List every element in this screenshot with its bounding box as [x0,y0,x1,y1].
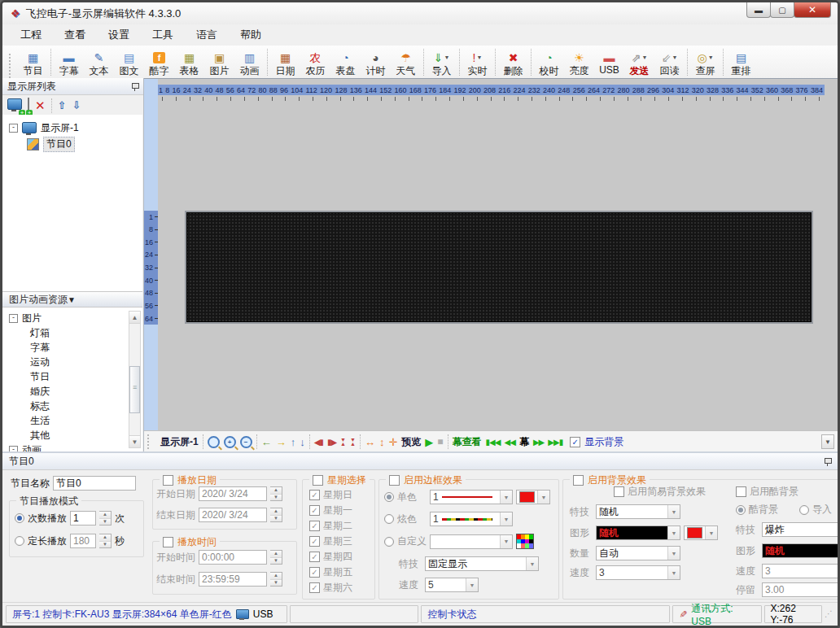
dropdown-arrow-icon[interactable]: ▼ [708,55,714,60]
tree-node-screen[interactable]: - 显示屏-1 [2,120,142,136]
zoom-in-icon[interactable]: + [224,436,236,448]
resource-item-row[interactable]: 标志 [2,399,142,413]
play-time-checkbox[interactable] [163,537,173,547]
toolbar-button[interactable]: ✎文本 [84,50,114,78]
resources-header[interactable]: 图片动画资源 ▼ [2,291,142,307]
led-display-surface[interactable] [185,211,813,324]
toolbar-button[interactable]: ▦日期 [270,50,300,78]
toolbar-button[interactable]: ▦节目 [18,50,48,78]
dropdown-arrow-icon[interactable]: ▼ [672,55,677,60]
resource-item-row[interactable]: 字幕 [2,340,142,355]
stretch-horizontal-icon[interactable]: ↔ [365,436,375,448]
bg-speed-combo[interactable]: 3▼ [596,565,680,580]
move-down-button[interactable]: ⇩ [72,99,81,111]
week-day-checkbox[interactable]: ✓ [309,521,320,531]
count-play-spinner[interactable]: ▲▼ [99,511,112,526]
delete-screen-button[interactable]: ✕ [35,98,46,113]
toolbar-button[interactable]: ⇙▼回读 [654,50,685,78]
toolbar-button[interactable]: ▥动画 [234,50,265,78]
toolbar-button[interactable]: ▤图文 [114,50,144,78]
resource-section-row[interactable]: -动画 [2,443,142,451]
mono-color-radio[interactable] [384,492,394,502]
scrollbar-thumb[interactable] [129,366,140,413]
bg-effect-checkbox[interactable] [573,475,584,486]
cool-shape-combo[interactable]: 随机 [762,543,838,558]
next-frame-icon[interactable]: ▶▶ [533,438,544,447]
close-button[interactable]: ✕ [794,2,831,18]
count-play-input[interactable]: 1 [70,511,96,526]
resource-section-row[interactable]: -图片 [2,311,142,325]
collapse-icon[interactable]: - [9,314,18,323]
toolbar-button[interactable]: ⇗▼发送 [624,50,654,78]
frame-view-label[interactable]: 幕查看 [453,435,482,449]
week-day-checkbox[interactable]: ✓ [309,567,320,578]
play-date-checkbox[interactable] [163,475,173,486]
dropdown-arrow-icon[interactable]: ▼ [476,55,482,60]
menu-item[interactable]: 工具 [141,24,185,46]
import-bg-radio[interactable] [799,505,809,515]
border-color-swatch-combo[interactable]: ▼ [516,490,550,504]
toolbar-button[interactable]: ⇓▼导入 [427,50,457,78]
bg-shape-combo[interactable]: 随机▼ [596,526,680,540]
dropdown-arrow-icon[interactable]: ▼ [641,55,647,60]
toolbar-button[interactable]: 农农历 [300,50,330,78]
show-background-checkbox[interactable]: ✓ [570,437,580,447]
cool-effect-input[interactable]: 爆炸 [762,522,838,537]
stop-icon[interactable]: ■ [437,436,443,447]
toolbar-button[interactable]: ◔校时 [534,50,564,78]
collapse-icon[interactable]: - [9,124,18,133]
palette-icon[interactable] [516,534,534,549]
menu-item[interactable]: 帮助 [229,24,273,46]
zoom-icon[interactable] [208,436,220,448]
resources-scrollbar[interactable]: ▲ ▼ [129,311,141,448]
resource-item-row[interactable]: 其他 [2,428,142,443]
end-date-input[interactable]: 2020/ 3/24 [199,508,267,522]
toolbar-button[interactable]: ▬USB [594,50,624,78]
length-play-input[interactable]: 180 [70,534,96,548]
week-day-checkbox[interactable]: ✓ [309,505,320,516]
toolbar-overflow-button[interactable]: ▼ [821,434,834,449]
week-day-checkbox[interactable]: ✓ [309,552,320,562]
tree-node-program[interactable]: 节目0 [2,136,142,152]
move-down-icon[interactable]: ↓ [300,436,305,448]
end-time-input[interactable]: 23:59:59 [199,572,267,587]
toolbar-button[interactable]: ▤重排 [726,50,756,78]
start-time-spinner[interactable]: ▲▼ [270,550,282,565]
bg-color-swatch-combo[interactable]: ▼ [684,526,718,540]
menu-item[interactable]: 查看 [53,24,97,46]
collapse-icon[interactable]: - [9,446,18,452]
prev-frame-icon[interactable]: ◀◀ [505,438,515,447]
toolbar-button[interactable]: f酷字 [144,50,174,78]
resource-item-row[interactable]: 生活 [2,413,142,428]
week-day-checkbox[interactable]: ✓ [309,582,320,593]
dropdown-arrow-icon[interactable]: ▼ [444,55,449,60]
menu-item[interactable]: 语言 [185,24,229,46]
end-time-spinner[interactable]: ▲▼ [270,572,282,587]
move-up-button[interactable]: ⇧ [58,99,67,111]
toolbar-button[interactable]: ▬字幕 [54,50,84,78]
toolbar-button[interactable]: ☀亮度 [564,50,594,78]
scroll-up-icon[interactable]: ▲ [129,312,140,324]
play-icon[interactable]: ▶ [425,436,433,448]
week-day-checkbox[interactable]: ✓ [309,490,320,500]
count-play-radio[interactable] [15,513,24,523]
move-right-icon[interactable]: → [276,436,287,448]
resource-item-row[interactable]: 灯箱 [2,325,142,340]
add-screen-button[interactable]: + [7,98,22,113]
bg-effect-combo[interactable]: 随机▼ [596,504,680,519]
menu-item[interactable]: 设置 [97,24,141,46]
border-effect-checkbox[interactable] [389,475,400,486]
end-date-spinner[interactable]: ▲▼ [270,508,282,522]
program-panel-pin-icon[interactable] [824,458,831,465]
first-frame-icon[interactable]: ▮◀◀ [486,438,501,447]
add-program-button[interactable]: + [28,98,29,113]
menu-item[interactable]: 工程 [9,24,53,46]
week-day-checkbox[interactable]: ✓ [309,536,320,547]
toolbar-button[interactable]: ▦表格 [174,50,204,78]
toolbar-button[interactable]: ◔表盘 [330,50,361,78]
flash-color-combo[interactable]: 1▼ [430,512,513,526]
cool-bg-enable-checkbox[interactable] [736,486,746,497]
resource-item-row[interactable]: 婚庆 [2,384,142,399]
move-left-icon[interactable]: ← [261,436,272,448]
toolbar-button[interactable]: ◎▼查屏 [690,50,720,78]
